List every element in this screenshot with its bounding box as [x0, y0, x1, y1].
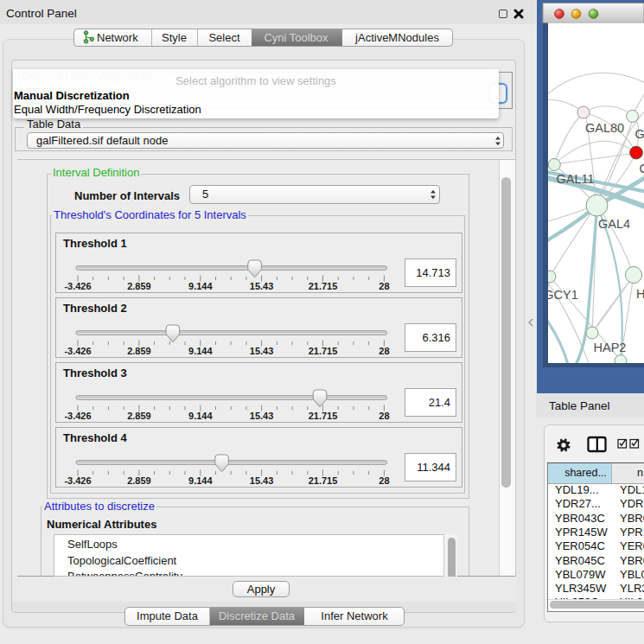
svg-text:GAL11: GAL11 — [557, 172, 595, 186]
svg-text:HA: HA — [636, 287, 644, 301]
svg-text:GCY1: GCY1 — [544, 288, 578, 302]
svg-text:HAP2: HAP2 — [594, 341, 627, 354]
svg-text:C...: C... — [640, 162, 644, 175]
svg-text:GAL4: GAL4 — [598, 217, 630, 231]
svg-text:GAL80: GAL80 — [585, 121, 624, 135]
svg-text:GAL...: GAL... — [635, 127, 644, 141]
